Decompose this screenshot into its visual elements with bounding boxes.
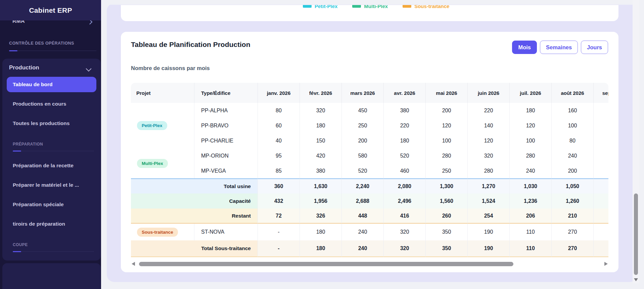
value-cell: 1,236 — [510, 193, 552, 209]
sidebar-group-header-label: Production — [9, 64, 39, 71]
summary-label-cell: Total usine — [131, 178, 258, 193]
column-header: juin 2026 — [468, 83, 510, 103]
value-cell: 120 — [468, 133, 510, 148]
planning-card: Tableau de Planification Production Mois… — [121, 32, 618, 272]
value-cell: 110 — [510, 224, 552, 240]
value-cell — [594, 103, 608, 118]
scroll-right-arrow-icon[interactable] — [604, 262, 608, 266]
legend-item[interactable]: Petit-Plex — [303, 5, 337, 9]
summary-row: Total usine3601,6302,2402,0801,3001,2701… — [131, 178, 608, 193]
value-cell: 1,630 — [300, 178, 342, 193]
value-cell: 2,688 — [342, 193, 384, 209]
sidebar-item-pr-parer-le-mat-riel-et-le-[interactable]: Préparer le matériel et le ... — [7, 177, 96, 193]
column-header: mai 2026 — [426, 83, 468, 103]
value-cell: 120 — [426, 118, 468, 133]
value-cell: 240 — [342, 240, 384, 257]
value-cell: 190 — [468, 240, 510, 257]
value-cell: - — [258, 224, 300, 240]
sidebar-item-pr-paration-sp-ciale[interactable]: Préparation spéciale — [7, 197, 96, 212]
value-cell: 240 — [510, 163, 552, 178]
view-button-jours[interactable]: Jours — [581, 41, 608, 54]
value-cell: 180 — [300, 118, 342, 133]
value-cell: 240 — [342, 224, 384, 240]
value-cell: 100 — [510, 133, 552, 148]
sidebar-item-tableau-de-bord[interactable]: Tableau de bord — [7, 77, 96, 92]
sidebar-group-header[interactable]: Production — [2, 59, 101, 77]
column-header: janv. 2026 — [258, 83, 300, 103]
table-row: PP-CHARLIE4015020018010012010080 — [131, 133, 608, 148]
type-cell: ST-NOVA — [194, 224, 258, 240]
scroll-left-arrow-icon[interactable] — [132, 262, 135, 266]
value-cell: 1,524 — [468, 193, 510, 209]
value-cell: 450 — [342, 103, 384, 118]
table-row: Petit-PlexPP-ALPHA8032045038020022018016… — [131, 103, 608, 118]
legend-item[interactable]: Multi-Plex — [352, 5, 388, 9]
sidebar-item-pr-paration-de-la-recette[interactable]: Préparation de la recette — [7, 158, 96, 173]
summary-label-cell: Total Sous-traitance — [131, 240, 258, 257]
legend-item[interactable]: Sous-traitance — [403, 5, 449, 9]
planning-table: ProjetType/Édificejanv. 2026févr. 2026ma… — [131, 83, 608, 257]
value-cell: 350 — [426, 224, 468, 240]
value-cell: 1,560 — [426, 193, 468, 209]
value-cell: 2,496 — [384, 193, 426, 209]
type-cell: MP-ORION — [194, 148, 258, 163]
value-cell: 110 — [510, 240, 552, 257]
value-cell — [594, 133, 608, 148]
column-header: Type/Édifice — [194, 83, 258, 103]
sidebar-group-next — [2, 263, 101, 289]
sidebar-item-toutes-les-productions[interactable]: Toutes les productions — [7, 116, 96, 131]
sidebar-title: Cabinet ERP — [0, 0, 101, 20]
type-cell: PP-BRAVO — [194, 118, 258, 133]
summary-label-cell: Restant — [131, 209, 258, 224]
legend-label: Multi-Plex — [364, 5, 388, 9]
value-cell: 416 — [384, 209, 426, 224]
sidebar-item-productions-en-cours[interactable]: Productions en cours — [7, 96, 96, 112]
scroll-down-arrow-icon[interactable] — [634, 278, 638, 281]
value-cell: 210 — [552, 209, 594, 224]
value-cell: 206 — [510, 209, 552, 224]
value-cell: 320 — [468, 148, 510, 163]
view-button-semaines[interactable]: Semaines — [540, 41, 578, 54]
value-cell: 2,240 — [342, 178, 384, 193]
subsection-divider — [13, 251, 94, 252]
horizontal-scrollbar-thumb[interactable] — [139, 262, 513, 266]
value-cell: 280 — [510, 148, 552, 163]
value-cell: 80 — [258, 103, 300, 118]
value-cell: 100 — [552, 118, 594, 133]
summary-row: Capacité4321,9562,6882,4961,5601,5241,23… — [131, 193, 608, 209]
value-cell: 60 — [258, 118, 300, 133]
value-cell: 200 — [426, 103, 468, 118]
value-cell: 190 — [468, 224, 510, 240]
table-row: MP-VEGA85380520460250280240200 — [131, 163, 608, 178]
value-cell: 100 — [426, 133, 468, 148]
value-cell — [594, 118, 608, 133]
value-cell: 320 — [384, 240, 426, 257]
value-cell: 280 — [468, 163, 510, 178]
sidebar-item-tiroirs-de-pr-paration[interactable]: tiroirs de préparation — [7, 216, 96, 232]
value-cell: 326 — [300, 209, 342, 224]
value-cell: 460 — [384, 163, 426, 178]
column-header: Projet — [131, 83, 194, 103]
value-cell: 1,030 — [510, 178, 552, 193]
view-toggle-group: MoisSemainesJours — [512, 41, 608, 54]
view-button-mois[interactable]: Mois — [512, 41, 537, 54]
column-header: juil. 2026 — [510, 83, 552, 103]
value-cell: 160 — [552, 103, 594, 118]
value-cell: 72 — [258, 209, 300, 224]
value-cell — [594, 178, 608, 193]
planning-table-scroll[interactable]: ProjetType/Édificejanv. 2026févr. 2026ma… — [131, 83, 608, 257]
value-cell: 270 — [552, 224, 594, 240]
value-cell: 380 — [300, 163, 342, 178]
value-cell — [594, 209, 608, 224]
vertical-scrollbar-thumb[interactable] — [634, 193, 638, 275]
type-cell: PP-ALPHA — [194, 103, 258, 118]
subcontract-total-row: Total Sous-traitance-1802403203501901102… — [131, 240, 608, 257]
column-header: août 2026 — [552, 83, 594, 103]
value-cell — [594, 163, 608, 178]
legend-swatch-icon — [303, 5, 312, 8]
sidebar: RMA Cabinet ERP CONTRÔLE DES OPÉRATIONS … — [0, 0, 101, 289]
value-cell: 580 — [342, 148, 384, 163]
value-cell: 85 — [258, 163, 300, 178]
value-cell: 320 — [300, 103, 342, 118]
project-group-cell: Multi-Plex — [131, 148, 194, 178]
